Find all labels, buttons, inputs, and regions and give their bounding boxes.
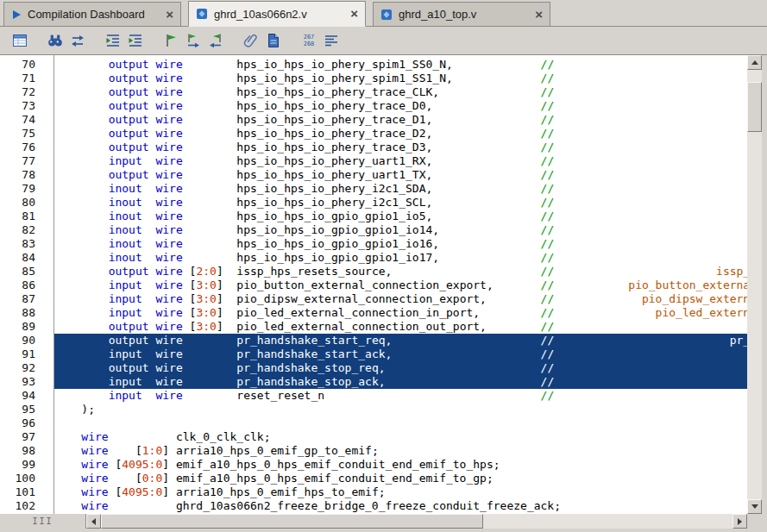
line-number[interactable]: 98 — [0, 444, 53, 458]
code-line[interactable]: 78 output wire hps_io_hps_io_phery_uart1… — [0, 168, 747, 182]
code-text[interactable]: output wire hps_io_hps_io_phery_trace_D2… — [54, 127, 747, 141]
code-text[interactable]: input wire [3:0] pio_dipsw_external_conn… — [54, 292, 747, 306]
code-line[interactable]: 97 wire clk_0_clk_clk; — [0, 430, 747, 444]
scroll-left-button[interactable] — [86, 514, 101, 529]
line-number[interactable]: 101 — [0, 485, 53, 499]
tab-compilation-dashboard[interactable]: Compilation Dashboard × — [3, 2, 181, 26]
code-text[interactable]: inout wire hps_io_hps_io_gpio_gpio1_io16… — [54, 237, 747, 251]
report-window-button[interactable] — [9, 29, 31, 52]
code-line[interactable]: 77 input wire hps_io_hps_io_phery_uart1_… — [0, 154, 747, 168]
line-number[interactable]: 95 — [0, 403, 53, 416]
code-line[interactable]: 92 output wire pr_handshake_stop_req, // — [0, 361, 747, 375]
toggle-bookmark-button[interactable] — [160, 29, 182, 52]
code-text[interactable]: wire [4095:0] arria10_hps_0_emif_hps_to_… — [54, 485, 747, 499]
code-line[interactable]: 93 input wire pr_handshake_stop_ack, // — [0, 375, 747, 389]
code-text[interactable]: output wire hps_io_hps_io_phery_trace_D3… — [54, 141, 747, 154]
code-text[interactable]: inout wire hps_io_hps_io_gpio_gpio1_io5,… — [54, 210, 747, 223]
line-number[interactable]: 83 — [0, 237, 53, 251]
line-number[interactable]: 88 — [0, 306, 53, 320]
code-text[interactable]: output wire pr_handshake_stop_req, // — [54, 361, 747, 375]
code-line[interactable]: 75 output wire hps_io_hps_io_phery_trace… — [0, 127, 747, 141]
line-number[interactable]: 82 — [0, 223, 53, 237]
scroll-right-button[interactable] — [732, 514, 747, 529]
next-bookmark-button[interactable] — [182, 29, 204, 52]
code-line[interactable]: 91 input wire pr_handshake_start_ack, // — [0, 347, 747, 361]
line-number[interactable]: 74 — [0, 113, 53, 127]
code-line[interactable]: 84 inout wire hps_io_hps_io_gpio_gpio1_i… — [0, 251, 747, 265]
line-number[interactable]: 102 — [0, 499, 53, 513]
code-line[interactable]: 81 inout wire hps_io_hps_io_gpio_gpio1_i… — [0, 210, 747, 223]
code-line[interactable]: 95 ); — [0, 403, 747, 416]
line-number[interactable]: 77 — [0, 154, 53, 168]
code-text[interactable]: output wire hps_io_hps_io_phery_trace_D0… — [54, 99, 747, 113]
line-number[interactable]: 72 — [0, 85, 53, 99]
line-number[interactable]: 84 — [0, 251, 53, 265]
code-line[interactable]: 70 output wire hps_io_hps_io_phery_spim1… — [0, 58, 747, 72]
code-line[interactable]: 72 output wire hps_io_hps_io_phery_trace… — [0, 85, 747, 99]
close-icon[interactable]: × — [535, 9, 543, 20]
code-line[interactable]: 82 inout wire hps_io_hps_io_gpio_gpio1_i… — [0, 223, 747, 237]
line-number[interactable]: 76 — [0, 141, 53, 154]
code-text[interactable]: output wire hps_io_hps_io_phery_trace_D1… — [54, 113, 747, 127]
code-text[interactable]: input wire hps_io_hps_io_phery_uart1_RX,… — [54, 154, 747, 168]
word-wrap-button[interactable] — [320, 29, 343, 52]
code-text[interactable]: output wire [2:0] issp_hps_resets_source… — [54, 265, 747, 279]
code-line[interactable]: 86 input wire [3:0] pio_button_external_… — [0, 279, 747, 292]
indent-button[interactable] — [124, 29, 147, 52]
code-editor[interactable]: 70 output wire hps_io_hps_io_phery_spim1… — [0, 55, 747, 514]
code-line[interactable]: 85 output wire [2:0] issp_hps_resets_sou… — [0, 265, 747, 279]
line-number[interactable]: 81 — [0, 210, 53, 223]
code-text[interactable]: output wire hps_io_hps_io_phery_spim1_SS… — [54, 58, 747, 72]
code-text[interactable]: input wire pr_handshake_start_ack, // — [54, 347, 747, 361]
vertical-scroll-thumb[interactable] — [747, 82, 762, 132]
code-text[interactable]: ); — [54, 403, 747, 416]
code-text[interactable]: wire ghrd_10as066n2_freeze_bridge_0_free… — [54, 499, 747, 513]
line-number[interactable]: 89 — [0, 320, 53, 334]
code-text[interactable]: wire [1:0] arria10_hps_0_emif_gp_to_emif… — [54, 444, 747, 458]
code-line[interactable]: 89 output wire [3:0] pio_led_external_co… — [0, 320, 747, 334]
code-text[interactable]: output wire pr_handshake_start_req, // p… — [54, 334, 747, 347]
horizontal-scroll-thumb[interactable] — [101, 514, 483, 529]
code-line[interactable]: 100 wire [0:0] emif_a10_hps_0_hps_emif_c… — [0, 472, 747, 485]
line-number[interactable]: 93 — [0, 375, 53, 389]
code-line[interactable]: 83 inout wire hps_io_hps_io_gpio_gpio1_i… — [0, 237, 747, 251]
line-number[interactable]: 94 — [0, 389, 53, 403]
code-text[interactable] — [54, 416, 747, 430]
find-button[interactable] — [44, 29, 66, 52]
code-line[interactable]: 73 output wire hps_io_hps_io_phery_trace… — [0, 99, 747, 113]
line-number[interactable]: 80 — [0, 196, 53, 210]
code-text[interactable]: inout wire hps_io_hps_io_gpio_gpio1_io14… — [54, 223, 747, 237]
code-line[interactable]: 80 inout wire hps_io_hps_io_phery_i2c1_S… — [0, 196, 747, 210]
code-text[interactable]: inout wire hps_io_hps_io_gpio_gpio1_io17… — [54, 251, 747, 265]
tab-ghrd-a10-top[interactable]: ghrd_a10_top.v × — [373, 2, 550, 26]
code-line[interactable]: 74 output wire hps_io_hps_io_phery_trace… — [0, 113, 747, 127]
horizontal-scroll-track[interactable] — [101, 514, 732, 529]
code-line[interactable]: 71 output wire hps_io_hps_io_phery_spim1… — [0, 72, 747, 85]
code-line[interactable]: 79 inout wire hps_io_hps_io_phery_i2c1_S… — [0, 182, 747, 196]
line-number[interactable]: 100 — [0, 472, 53, 485]
code-line[interactable]: 88 input wire [3:0] pio_led_external_con… — [0, 306, 747, 320]
code-text[interactable]: input wire pr_handshake_stop_ack, // — [54, 375, 747, 389]
code-line[interactable]: 98 wire [1:0] arria10_hps_0_emif_gp_to_e… — [0, 444, 747, 458]
horizontal-scrollbar[interactable]: III — [0, 514, 762, 529]
insert-template-button[interactable] — [262, 29, 285, 52]
find-replace-button[interactable] — [66, 29, 89, 52]
line-numbers-button[interactable]: 267 268 — [298, 29, 320, 52]
code-text[interactable]: wire [4095:0] emif_a10_hps_0_hps_emif_co… — [54, 458, 747, 472]
line-number[interactable]: 91 — [0, 347, 53, 361]
code-text[interactable]: output wire hps_io_hps_io_phery_trace_CL… — [54, 85, 747, 99]
line-number[interactable]: 70 — [0, 58, 53, 72]
line-number[interactable]: 73 — [0, 99, 53, 113]
scroll-up-button[interactable] — [747, 55, 762, 70]
code-text[interactable]: input wire [3:0] pio_led_external_connec… — [54, 306, 747, 320]
vertical-scroll-track[interactable] — [747, 70, 762, 499]
code-text[interactable]: input wire reset_reset_n // — [54, 389, 747, 403]
line-number[interactable]: 99 — [0, 458, 53, 472]
code-line[interactable]: 101 wire [4095:0] arria10_hps_0_emif_hps… — [0, 485, 747, 499]
line-number[interactable]: 96 — [0, 416, 53, 430]
code-text[interactable]: input wire [3:0] pio_button_external_con… — [54, 279, 747, 292]
line-number[interactable]: 92 — [0, 361, 53, 375]
splitter-grip[interactable]: III — [0, 514, 86, 529]
line-number[interactable]: 86 — [0, 279, 53, 292]
code-text[interactable]: inout wire hps_io_hps_io_phery_i2c1_SDA,… — [54, 182, 747, 196]
